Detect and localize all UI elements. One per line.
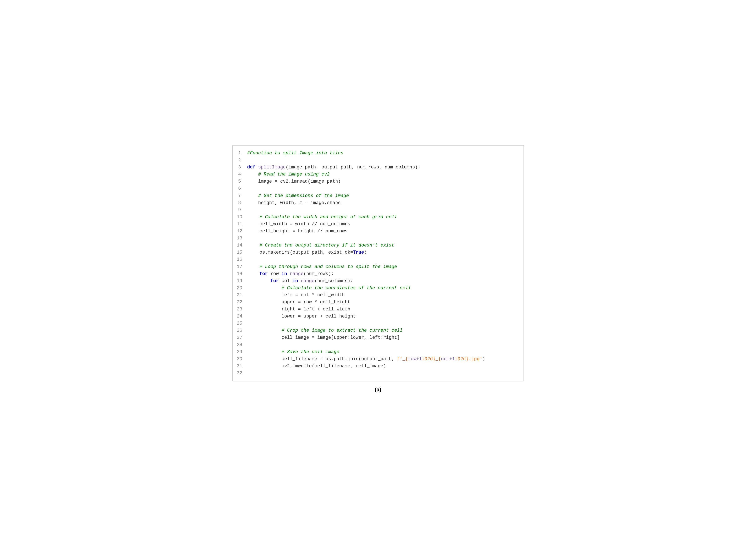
line-content [249, 320, 519, 327]
line-number: 28 [237, 342, 249, 349]
line-content: cell_filename = os.path.join(output_path… [249, 355, 519, 363]
line-number: 14 [237, 242, 249, 249]
code-line: 23 right = left + cell_width [237, 306, 519, 313]
line-number: 22 [237, 299, 249, 306]
code-line: 31 cv2.imwrite(cell_filename, cell_image… [237, 363, 519, 370]
code-line: 14 # Create the output directory if it d… [237, 242, 519, 249]
line-content: cell_width = width // num_columns [249, 221, 519, 228]
code-line: 20 # Calculate the coordinates of the cu… [237, 285, 519, 292]
line-number: 26 [237, 327, 249, 334]
code-line: 22 upper = row * cell_height [237, 299, 519, 306]
code-line: 1#Function to split Image into tiles [237, 150, 519, 157]
line-number: 5 [237, 178, 247, 185]
line-number: 11 [237, 221, 249, 228]
code-line: 9 [237, 206, 519, 214]
code-line: 5 image = cv2.imread(image_path) [237, 178, 519, 185]
code-line: 30 cell_filename = os.path.join(output_p… [237, 355, 519, 363]
code-line: 12 cell_height = height // num_rows [237, 228, 519, 235]
code-line: 29 # Save the cell image [237, 349, 519, 355]
line-number: 16 [237, 256, 249, 263]
line-content: os.makedirs(output_path, exist_ok=True) [249, 249, 519, 256]
line-number: 20 [237, 285, 249, 292]
line-number: 32 [237, 370, 249, 377]
figure-caption: (a) [375, 386, 381, 393]
line-number: 1 [237, 150, 247, 157]
line-content [247, 206, 519, 214]
line-content: right = left + cell_width [249, 306, 519, 313]
line-content [247, 185, 519, 192]
line-number: 27 [237, 334, 249, 341]
line-content: def splitImage(image_path, output_path, … [247, 164, 519, 171]
line-number: 7 [237, 192, 247, 199]
line-content: for row in range(num_rows): [249, 270, 519, 278]
line-content [249, 256, 519, 263]
line-content: # Crop the image to extract the current … [249, 327, 519, 334]
code-line: 18 for row in range(num_rows): [237, 270, 519, 278]
line-content: image = cv2.imread(image_path) [247, 178, 519, 185]
line-number: 2 [237, 157, 247, 164]
code-line: 6 [237, 185, 519, 192]
line-content: # Loop through rows and columns to split… [249, 263, 519, 270]
code-line: 21 left = col * cell_width [237, 292, 519, 299]
code-line: 15 os.makedirs(output_path, exist_ok=Tru… [237, 249, 519, 256]
code-line: 32 [237, 370, 519, 377]
line-number: 24 [237, 313, 249, 320]
code-line: 25 [237, 320, 519, 327]
code-block: 1#Function to split Image into tiles2 3d… [233, 150, 524, 377]
code-line: 3def splitImage(image_path, output_path,… [237, 164, 519, 171]
code-line: 16 [237, 256, 519, 263]
line-content [249, 370, 519, 377]
code-line: 7 # Get the dimensions of the image [237, 192, 519, 199]
line-number: 13 [237, 235, 249, 242]
code-line: 19 for col in range(num_columns): [237, 278, 519, 285]
line-content [249, 235, 519, 242]
line-number: 10 [237, 214, 249, 221]
line-number: 3 [237, 164, 247, 171]
line-content: lower = upper + cell_height [249, 313, 519, 320]
line-number: 23 [237, 306, 249, 313]
code-container: 1#Function to split Image into tiles2 3d… [232, 145, 524, 381]
code-line: 28 [237, 342, 519, 349]
line-content: cell_image = image[upper:lower, left:rig… [249, 334, 519, 341]
line-number: 12 [237, 228, 249, 235]
line-number: 31 [237, 363, 249, 370]
code-line: 26 # Crop the image to extract the curre… [237, 327, 519, 334]
line-number: 8 [237, 199, 247, 206]
line-number: 17 [237, 263, 249, 270]
code-line: 10 # Calculate the width and height of e… [237, 214, 519, 221]
code-line: 8 height, width, z = image.shape [237, 199, 519, 206]
line-content: upper = row * cell_height [249, 299, 519, 306]
line-content: #Function to split Image into tiles [247, 150, 519, 157]
line-number: 21 [237, 292, 249, 299]
line-number: 29 [237, 349, 249, 355]
line-number: 30 [237, 355, 249, 363]
line-content: for col in range(num_columns): [249, 278, 519, 285]
code-line: 2 [237, 157, 519, 164]
line-content: # Create the output directory if it does… [249, 242, 519, 249]
line-number: 25 [237, 320, 249, 327]
line-content: # Read the image using cv2 [247, 171, 519, 178]
line-number: 19 [237, 278, 249, 285]
line-number: 4 [237, 171, 247, 178]
line-content: left = col * cell_width [249, 292, 519, 299]
line-content: cell_height = height // num_rows [249, 228, 519, 235]
line-content [247, 157, 519, 164]
line-content: # Calculate the coordinates of the curre… [249, 285, 519, 292]
line-number: 15 [237, 249, 249, 256]
line-content: # Save the cell image [249, 349, 519, 355]
code-line: 17 # Loop through rows and columns to sp… [237, 263, 519, 270]
code-line: 11 cell_width = width // num_columns [237, 221, 519, 228]
line-content: cv2.imwrite(cell_filename, cell_image) [249, 363, 519, 370]
code-line: 4 # Read the image using cv2 [237, 171, 519, 178]
line-content: # Get the dimensions of the image [247, 192, 519, 199]
code-line: 13 [237, 235, 519, 242]
line-content: height, width, z = image.shape [247, 199, 519, 206]
line-number: 18 [237, 270, 249, 278]
line-content: # Calculate the width and height of each… [249, 214, 519, 221]
line-number: 6 [237, 185, 247, 192]
line-number: 9 [237, 206, 247, 214]
line-content [249, 342, 519, 349]
code-line: 27 cell_image = image[upper:lower, left:… [237, 334, 519, 341]
code-line: 24 lower = upper + cell_height [237, 313, 519, 320]
